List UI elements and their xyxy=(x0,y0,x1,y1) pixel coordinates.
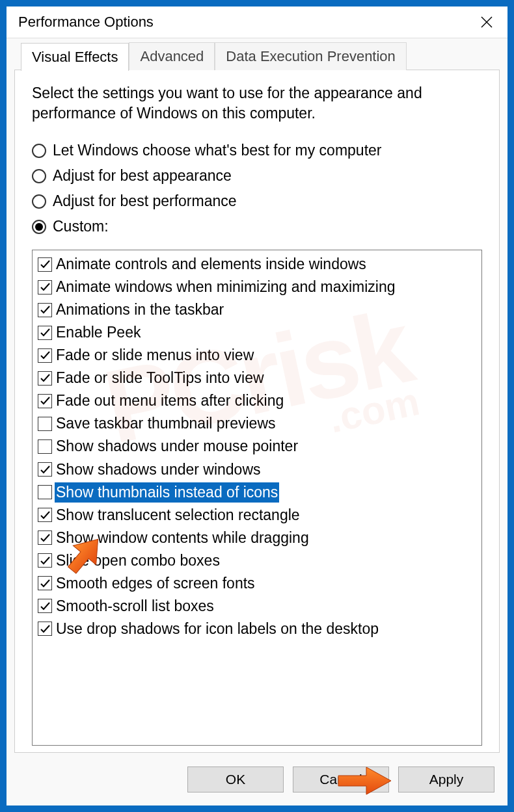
radio-label: Let Windows choose what's best for my co… xyxy=(53,142,382,159)
close-button[interactable] xyxy=(474,9,500,35)
list-item-label: Use drop shadows for icon labels on the … xyxy=(55,619,380,639)
titlebar: Performance Options xyxy=(7,7,507,38)
list-item[interactable]: Show thumbnails instead of icons xyxy=(33,481,481,504)
radio-icon xyxy=(32,144,46,158)
cancel-button[interactable]: Cancel xyxy=(293,766,389,792)
ok-button-label: OK xyxy=(226,772,245,787)
ok-button[interactable]: OK xyxy=(187,766,284,792)
radio-option[interactable]: Adjust for best performance xyxy=(32,192,482,210)
tabstrip: Visual EffectsAdvancedData Execution Pre… xyxy=(21,42,504,70)
tab-label: Visual Effects xyxy=(32,49,118,65)
list-item-label: Fade or slide ToolTips into view xyxy=(55,368,265,388)
list-item-label: Enable Peek xyxy=(55,322,142,343)
radio-icon xyxy=(32,220,46,234)
checkbox-icon[interactable] xyxy=(38,371,52,386)
radio-option[interactable]: Adjust for best appearance xyxy=(32,167,482,185)
checkbox-icon[interactable] xyxy=(38,439,52,454)
checkbox-icon[interactable] xyxy=(38,303,52,317)
client-area: Visual EffectsAdvancedData Execution Pre… xyxy=(7,38,507,805)
list-item-label: Fade out menu items after clicking xyxy=(55,391,285,411)
list-item[interactable]: Animate windows when minimizing and maxi… xyxy=(33,276,481,298)
radio-icon xyxy=(32,169,46,183)
list-item[interactable]: Fade out menu items after clicking xyxy=(33,389,481,412)
window-title: Performance Options xyxy=(18,14,154,31)
cancel-button-label: Cancel xyxy=(319,772,362,787)
list-item[interactable]: Enable Peek xyxy=(33,321,481,344)
close-icon xyxy=(481,16,493,28)
checkbox-icon[interactable] xyxy=(38,257,52,272)
tab-advanced[interactable]: Advanced xyxy=(129,42,215,70)
list-item[interactable]: Slide open combo boxes xyxy=(33,549,481,572)
radio-group: Let Windows choose what's best for my co… xyxy=(32,142,482,243)
checkbox-icon[interactable] xyxy=(38,280,52,295)
radio-label: Adjust for best performance xyxy=(53,192,237,210)
list-item[interactable]: Show shadows under mouse pointer xyxy=(33,435,481,458)
radio-icon xyxy=(32,194,46,209)
list-item-label: Animate windows when minimizing and maxi… xyxy=(55,277,397,297)
checkbox-icon[interactable] xyxy=(38,553,52,568)
list-item[interactable]: Show translucent selection rectangle xyxy=(33,504,481,527)
list-item-label: Show shadows under windows xyxy=(55,460,262,480)
list-item[interactable]: Use drop shadows for icon labels on the … xyxy=(33,618,481,640)
list-item-label: Animate controls and elements inside win… xyxy=(55,254,368,274)
tab-label: Advanced xyxy=(140,48,204,64)
list-item[interactable]: Smooth edges of screen fonts xyxy=(33,572,481,595)
checkbox-icon[interactable] xyxy=(38,599,52,613)
list-item-label: Slide open combo boxes xyxy=(55,551,221,571)
tabpanel-visual-effects: PCrisk.com Select the settings you want … xyxy=(14,70,500,753)
list-item[interactable]: Animate controls and elements inside win… xyxy=(33,253,481,276)
radio-label: Adjust for best appearance xyxy=(53,167,232,185)
list-item[interactable]: Fade or slide ToolTips into view xyxy=(33,367,481,389)
checkbox-icon[interactable] xyxy=(38,576,52,590)
button-row: OK Cancel Apply xyxy=(10,757,504,805)
apply-button[interactable]: Apply xyxy=(398,766,494,792)
list-item[interactable]: Animations in the taskbar xyxy=(33,298,481,321)
list-item-label: Show translucent selection rectangle xyxy=(55,505,301,525)
radio-option[interactable]: Custom: xyxy=(32,218,482,235)
radio-option[interactable]: Let Windows choose what's best for my co… xyxy=(32,142,482,159)
list-item-label: Show thumbnails instead of icons xyxy=(55,482,279,503)
list-item[interactable]: Smooth-scroll list boxes xyxy=(33,595,481,618)
list-item[interactable]: Show shadows under windows xyxy=(33,458,481,481)
description-text: Select the settings you want to use for … xyxy=(32,83,482,124)
checkbox-icon[interactable] xyxy=(38,417,52,431)
performance-options-window: Performance Options Visual EffectsAdvanc… xyxy=(7,7,507,805)
list-item-label: Animations in the taskbar xyxy=(55,300,225,320)
list-item[interactable]: Show window contents while dragging xyxy=(33,527,481,549)
checkbox-icon[interactable] xyxy=(38,485,52,499)
list-item-label: Save taskbar thumbnail previews xyxy=(55,413,277,434)
list-item-label: Show shadows under mouse pointer xyxy=(55,436,299,456)
tab-data-execution-prevention[interactable]: Data Execution Prevention xyxy=(215,42,407,70)
checkbox-icon[interactable] xyxy=(38,530,52,545)
checkbox-icon[interactable] xyxy=(38,348,52,363)
options-listbox[interactable]: Animate controls and elements inside win… xyxy=(32,250,482,746)
tab-label: Data Execution Prevention xyxy=(226,48,396,64)
checkbox-icon[interactable] xyxy=(38,326,52,340)
list-item-label: Show window contents while dragging xyxy=(55,528,310,548)
checkbox-icon[interactable] xyxy=(38,622,52,636)
radio-label: Custom: xyxy=(53,218,109,235)
list-item[interactable]: Save taskbar thumbnail previews xyxy=(33,412,481,435)
tab-visual-effects[interactable]: Visual Effects xyxy=(21,43,129,71)
list-item-label: Smooth-scroll list boxes xyxy=(55,596,215,616)
list-item-label: Fade or slide menus into view xyxy=(55,345,255,365)
list-item[interactable]: Fade or slide menus into view xyxy=(33,344,481,367)
apply-button-label: Apply xyxy=(429,772,464,787)
checkbox-icon[interactable] xyxy=(38,394,52,408)
checkbox-icon[interactable] xyxy=(38,508,52,522)
list-item-label: Smooth edges of screen fonts xyxy=(55,573,256,594)
checkbox-icon[interactable] xyxy=(38,462,52,477)
